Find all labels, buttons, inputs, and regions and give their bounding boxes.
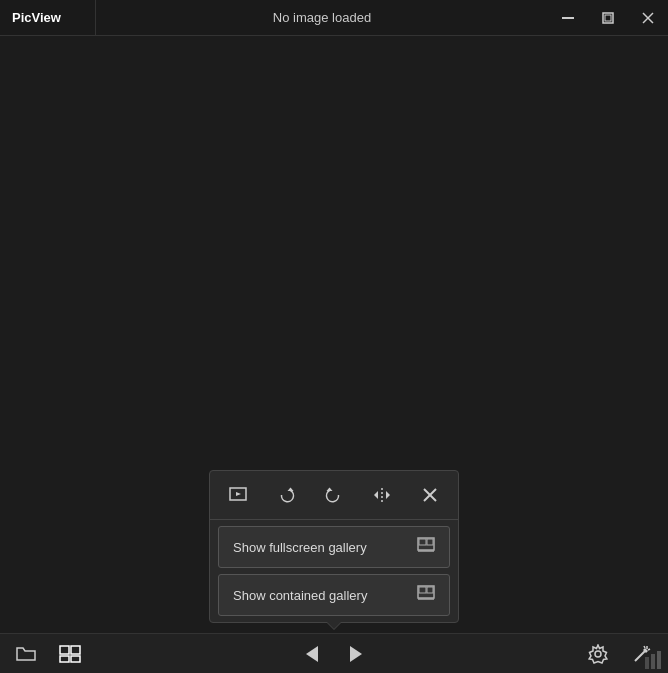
minimize-icon xyxy=(562,17,574,19)
close-popup-icon xyxy=(422,487,438,503)
rotate-ccw-icon xyxy=(325,486,343,504)
slideshow-icon xyxy=(229,486,247,504)
prev-icon xyxy=(304,645,320,663)
svg-marker-7 xyxy=(288,488,294,492)
bottom-toolbar xyxy=(0,633,668,673)
window-title: No image loaded xyxy=(96,10,548,25)
settings-icon xyxy=(588,644,608,664)
flip-button[interactable] xyxy=(364,477,400,513)
svg-rect-21 xyxy=(60,646,69,654)
svg-marker-26 xyxy=(350,646,362,662)
resize-icon xyxy=(644,649,664,669)
svg-rect-18 xyxy=(419,587,426,593)
svg-marker-25 xyxy=(306,646,318,662)
flip-icon xyxy=(373,486,391,504)
toolbar-center-group xyxy=(290,635,378,673)
title-bar: PicView No image loaded xyxy=(0,0,668,36)
prev-button[interactable] xyxy=(290,635,334,673)
gallery-image-icon xyxy=(417,537,435,553)
open-file-icon xyxy=(15,644,37,664)
svg-line-32 xyxy=(644,646,645,648)
svg-rect-22 xyxy=(71,646,80,654)
rotate-cw-button[interactable] xyxy=(268,477,304,513)
next-icon xyxy=(348,645,364,663)
svg-rect-15 xyxy=(427,539,433,545)
gallery-view-icon xyxy=(59,644,81,664)
restore-button[interactable] xyxy=(588,0,628,36)
svg-rect-34 xyxy=(651,654,655,669)
restore-icon xyxy=(602,12,614,24)
svg-rect-35 xyxy=(657,651,661,669)
close-icon xyxy=(642,12,654,24)
svg-rect-33 xyxy=(645,657,649,669)
main-content: Show fullscreen gallery Show contained g… xyxy=(0,36,668,633)
toolbar-left-group xyxy=(4,635,92,673)
svg-marker-8 xyxy=(327,488,333,492)
fullscreen-gallery-icon xyxy=(417,537,435,557)
close-popup-button[interactable] xyxy=(412,477,448,513)
contained-gallery-image-icon xyxy=(417,585,435,601)
svg-point-27 xyxy=(595,651,601,657)
svg-marker-6 xyxy=(236,492,241,496)
rotate-cw-icon xyxy=(277,486,295,504)
svg-marker-9 xyxy=(374,491,378,499)
popup-menu: Show fullscreen gallery Show contained g… xyxy=(209,470,459,623)
svg-rect-0 xyxy=(562,17,574,19)
contained-gallery-label: Show contained gallery xyxy=(233,588,367,603)
close-button[interactable] xyxy=(628,0,668,36)
fullscreen-gallery-label: Show fullscreen gallery xyxy=(233,540,367,555)
popup-toolbar xyxy=(210,471,458,520)
next-button[interactable] xyxy=(334,635,378,673)
gallery-view-button[interactable] xyxy=(48,635,92,673)
settings-button[interactable] xyxy=(576,635,620,673)
contained-gallery-icon xyxy=(417,585,435,605)
fullscreen-gallery-button[interactable]: Show fullscreen gallery xyxy=(218,526,450,568)
open-file-button[interactable] xyxy=(4,635,48,673)
svg-rect-14 xyxy=(419,539,426,545)
svg-rect-2 xyxy=(605,15,611,21)
minimize-button[interactable] xyxy=(548,0,588,36)
rotate-ccw-button[interactable] xyxy=(316,477,352,513)
svg-rect-19 xyxy=(427,587,433,593)
window-controls xyxy=(548,0,668,35)
slideshow-button[interactable] xyxy=(220,477,256,513)
app-logo: PicView xyxy=(0,0,96,35)
contained-gallery-button[interactable]: Show contained gallery xyxy=(218,574,450,616)
app-name: PicView xyxy=(12,10,61,25)
svg-rect-24 xyxy=(71,656,80,662)
svg-rect-23 xyxy=(60,656,69,662)
popup-arrow-inner xyxy=(327,622,341,629)
svg-marker-10 xyxy=(386,491,390,499)
